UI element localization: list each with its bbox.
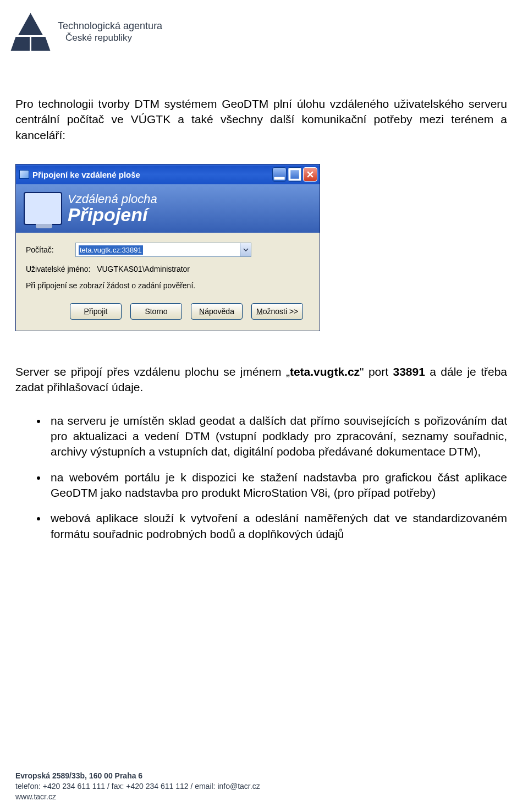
chevron-down-icon[interactable] — [240, 243, 251, 256]
bullet-item: na webovém portálu je k dispozici ke sta… — [47, 470, 507, 501]
logo-text: Technologická agentura České republiky — [58, 20, 162, 43]
page-footer: Evropská 2589/33b, 160 00 Praha 6 telefo… — [15, 771, 260, 802]
intro-paragraph: Pro technologii tvorby DTM systémem GeoD… — [15, 96, 507, 143]
server-connect-paragraph: Server se připojí přes vzdálenu plochu s… — [15, 364, 507, 396]
connect-button[interactable]: Připojit — [70, 303, 122, 320]
computer-combobox[interactable]: teta.vugtk.cz:33891 — [75, 243, 251, 257]
credentials-note: Při připojení se zobrazí žádost o zadání… — [26, 281, 310, 290]
rdp-app-icon — [19, 170, 29, 179]
close-button[interactable] — [303, 167, 317, 182]
connect-label-rest: řipojit — [89, 307, 107, 316]
banner-line2: Připojení — [68, 205, 157, 225]
footer-contact: telefon: +420 234 611 111 / fax: +420 23… — [15, 781, 260, 792]
rdp-title: Připojení ke vzdálené ploše — [32, 170, 272, 179]
logo-line2: České republiky — [65, 32, 162, 43]
bullet-item: webová aplikace slouží k vytvoření a ode… — [47, 511, 507, 542]
bullet-list: na serveru je umístěn sklad geodat a dal… — [15, 413, 507, 542]
options-button[interactable]: Možnosti >> — [251, 303, 303, 320]
monitor-icon — [24, 192, 62, 225]
logo-icon — [10, 10, 51, 54]
page-header: Technologická agentura České republiky — [10, 10, 162, 54]
rdp-dialog: Připojení ke vzdálené ploše Vzdálená plo… — [15, 164, 320, 331]
rdp-titlebar: Připojení ke vzdálené ploše — [16, 164, 320, 184]
username-value: VUGTKAS01\Administrator — [97, 265, 190, 273]
banner-line1: Vzdálená plocha — [68, 193, 157, 205]
footer-web: www.tacr.cz — [15, 792, 260, 802]
bullet-item: na serveru je umístěn sklad geodat a dal… — [47, 413, 507, 460]
footer-address: Evropská 2589/33b, 160 00 Praha 6 — [15, 771, 260, 781]
logo-line1: Technologická agentura — [58, 20, 162, 32]
rdp-banner: Vzdálená plocha Připojení — [16, 184, 320, 233]
svg-rect-3 — [274, 177, 284, 180]
computer-input-value: teta.vugtk.cz:33891 — [79, 245, 143, 255]
help-button[interactable]: Nápověda — [191, 303, 243, 320]
svg-rect-4 — [289, 169, 300, 179]
svg-marker-1 — [11, 37, 30, 51]
cancel-button[interactable]: Storno — [130, 303, 182, 320]
options-label-rest: ožnosti >> — [263, 307, 299, 316]
help-label-rest: ápověda — [205, 307, 234, 316]
label-computer: Počítač: — [26, 245, 75, 254]
username-label: Uživatelské jméno: — [26, 265, 91, 273]
svg-marker-2 — [31, 37, 51, 51]
username-line: Uživatelské jméno: VUGTKAS01\Administrat… — [26, 265, 310, 273]
minimize-button[interactable] — [272, 167, 287, 182]
maximize-button[interactable] — [288, 167, 302, 182]
svg-marker-0 — [18, 13, 43, 36]
